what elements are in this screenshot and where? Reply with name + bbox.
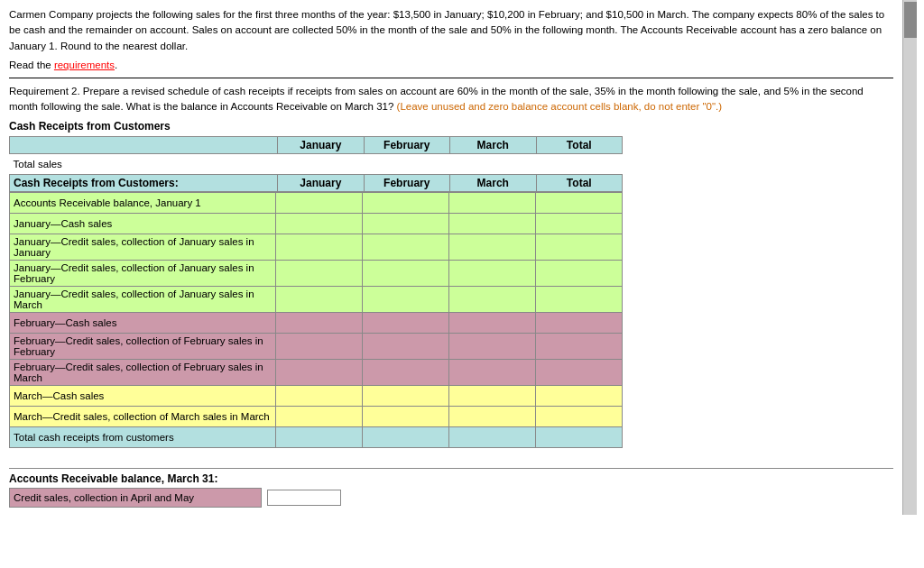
row-0-mar-cell[interactable]	[449, 193, 536, 214]
total-receipts-feb-cell[interactable]	[363, 427, 449, 448]
total-sales-mar-input[interactable]	[456, 156, 530, 172]
row-0-jan-input[interactable]	[282, 195, 356, 211]
row-0-feb-cell[interactable]	[363, 193, 449, 214]
scrollbar[interactable]	[902, 0, 917, 515]
row-7-feb-cell[interactable]	[363, 360, 449, 386]
row-4-feb-input[interactable]	[369, 291, 443, 307]
row-6-total-input[interactable]	[542, 338, 616, 354]
row-5-mar-cell[interactable]	[449, 313, 536, 334]
row-6-feb-input[interactable]	[369, 338, 443, 354]
total-sales-mar-cell[interactable]	[450, 154, 536, 175]
row-1-mar-input[interactable]	[456, 215, 530, 232]
row-4-jan-cell[interactable]	[276, 287, 363, 313]
total-receipts-feb-input[interactable]	[369, 429, 443, 445]
row-9-total-input[interactable]	[542, 408, 616, 425]
row-4-jan-input[interactable]	[282, 291, 356, 307]
total-sales-jan-input[interactable]	[283, 156, 357, 172]
row-3-jan-input[interactable]	[282, 265, 356, 281]
row-5-total-input[interactable]	[542, 315, 616, 331]
row-5-mar-input[interactable]	[456, 315, 530, 331]
row-5-total-cell[interactable]	[536, 313, 623, 334]
row-0-total-cell[interactable]	[536, 193, 623, 214]
row-9-mar-input[interactable]	[456, 408, 530, 425]
row-8-jan-input[interactable]	[282, 388, 356, 404]
row-1-total-cell[interactable]	[536, 214, 623, 234]
row-3-feb-cell[interactable]	[363, 261, 449, 287]
total-receipts-total-cell[interactable]	[536, 427, 623, 448]
row-1-feb-input[interactable]	[369, 215, 443, 232]
row-1-jan-cell[interactable]	[276, 214, 363, 234]
row-0-mar-input[interactable]	[456, 195, 530, 211]
row-5-feb-cell[interactable]	[363, 313, 449, 334]
ar-credit-input[interactable]	[267, 490, 341, 506]
row-2-jan-input[interactable]	[282, 239, 356, 255]
row-7-feb-input[interactable]	[369, 364, 443, 380]
total-sales-total-cell[interactable]	[536, 154, 622, 175]
row-3-total-input[interactable]	[542, 265, 616, 281]
row-2-mar-input[interactable]	[456, 239, 530, 255]
row-4-total-cell[interactable]	[536, 287, 623, 313]
row-6-mar-input[interactable]	[456, 338, 530, 354]
row-2-total-cell[interactable]	[536, 234, 623, 261]
requirements-link[interactable]: requirements	[54, 60, 115, 70]
row-0-feb-input[interactable]	[369, 195, 443, 211]
row-6-jan-input[interactable]	[282, 338, 356, 354]
row-4-total-input[interactable]	[542, 291, 616, 307]
row-2-jan-cell[interactable]	[276, 234, 363, 261]
row-6-jan-cell[interactable]	[276, 334, 363, 360]
row-1-jan-input[interactable]	[282, 215, 356, 232]
row-9-total-cell[interactable]	[536, 407, 623, 427]
row-1-feb-cell[interactable]	[363, 214, 449, 234]
total-receipts-mar-input[interactable]	[456, 429, 530, 445]
row-7-mar-input[interactable]	[456, 364, 530, 380]
row-2-total-input[interactable]	[542, 239, 616, 255]
row-3-mar-input[interactable]	[456, 265, 530, 281]
row-8-jan-cell[interactable]	[276, 386, 363, 407]
row-2-feb-cell[interactable]	[363, 234, 449, 261]
total-sales-jan-cell[interactable]	[278, 154, 364, 175]
row-3-jan-cell[interactable]	[276, 261, 363, 287]
row-7-jan-input[interactable]	[282, 364, 356, 380]
total-receipts-mar-cell[interactable]	[449, 427, 536, 448]
row-7-total-input[interactable]	[542, 364, 616, 380]
row-8-mar-input[interactable]	[456, 388, 530, 404]
row-7-jan-cell[interactable]	[276, 360, 363, 386]
row-0-total-input[interactable]	[542, 195, 616, 211]
row-8-total-input[interactable]	[542, 388, 616, 404]
row-6-total-cell[interactable]	[536, 334, 623, 360]
row-1-mar-cell[interactable]	[449, 214, 536, 234]
row-6-feb-cell[interactable]	[363, 334, 449, 360]
row-4-mar-input[interactable]	[456, 291, 530, 307]
row-7-total-cell[interactable]	[536, 360, 623, 386]
row-4-feb-cell[interactable]	[363, 287, 449, 313]
row-3-feb-input[interactable]	[369, 265, 443, 281]
row-8-feb-input[interactable]	[369, 388, 443, 404]
scrollbar-thumb[interactable]	[904, 2, 917, 38]
total-sales-feb-input[interactable]	[370, 156, 444, 172]
row-9-jan-cell[interactable]	[276, 407, 363, 427]
row-8-total-cell[interactable]	[536, 386, 623, 407]
total-sales-total-input[interactable]	[542, 156, 616, 172]
row-9-mar-cell[interactable]	[449, 407, 536, 427]
row-5-feb-input[interactable]	[369, 315, 443, 331]
row-8-feb-cell[interactable]	[363, 386, 449, 407]
row-2-mar-cell[interactable]	[449, 234, 536, 261]
total-receipts-jan-input[interactable]	[282, 429, 356, 445]
row-3-mar-cell[interactable]	[449, 261, 536, 287]
row-9-feb-input[interactable]	[369, 408, 443, 425]
total-sales-feb-cell[interactable]	[364, 154, 449, 175]
total-receipts-total-input[interactable]	[542, 429, 616, 445]
row-4-mar-cell[interactable]	[449, 287, 536, 313]
row-3-total-cell[interactable]	[536, 261, 623, 287]
row-1-total-input[interactable]	[542, 215, 616, 232]
row-9-jan-input[interactable]	[282, 408, 356, 425]
row-2-feb-input[interactable]	[369, 239, 443, 255]
row-0-jan-cell[interactable]	[276, 193, 363, 214]
row-7-mar-cell[interactable]	[449, 360, 536, 386]
row-9-feb-cell[interactable]	[363, 407, 449, 427]
row-8-mar-cell[interactable]	[449, 386, 536, 407]
total-receipts-jan-cell[interactable]	[276, 427, 363, 448]
row-5-jan-cell[interactable]	[276, 313, 363, 334]
row-5-jan-input[interactable]	[282, 315, 356, 331]
row-6-mar-cell[interactable]	[449, 334, 536, 360]
